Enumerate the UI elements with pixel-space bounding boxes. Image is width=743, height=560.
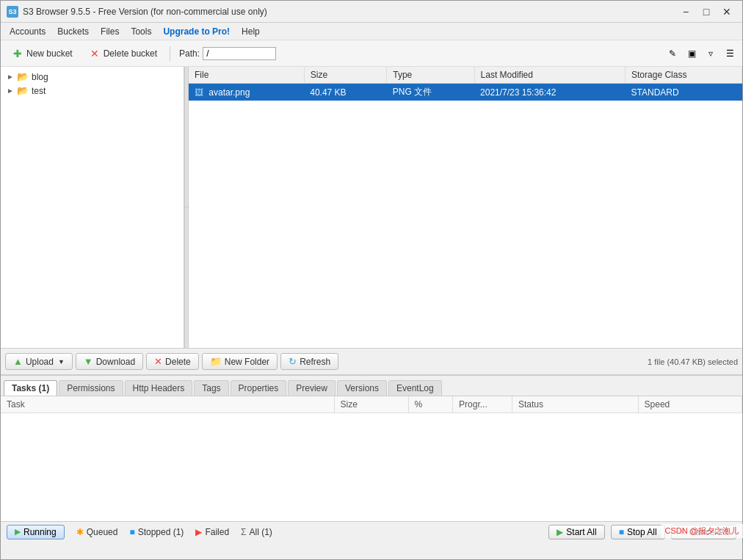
new-folder-label: New Folder xyxy=(225,357,269,367)
columns-icon-button[interactable]: ☰ xyxy=(722,46,738,62)
all-label: All (1) xyxy=(249,527,272,537)
tasks-col-status[interactable]: Status xyxy=(512,396,639,412)
title-bar: S3 S3 Browser 9.5.5 - Free Version (for … xyxy=(1,1,742,23)
menu-help[interactable]: Help xyxy=(236,25,266,38)
tab-properties[interactable]: Properties xyxy=(231,380,287,396)
new-folder-button[interactable]: 📁 New Folder xyxy=(202,353,278,370)
maximize-button[interactable]: □ xyxy=(697,4,716,19)
delete-bucket-icon: ✕ xyxy=(89,48,101,59)
tasks-col-task[interactable]: Task xyxy=(1,396,335,412)
menu-upgrade[interactable]: Upgrade to Pro! xyxy=(157,25,236,38)
tasks-header: Task Size % Progr... Status Speed xyxy=(1,396,742,413)
col-file[interactable]: File xyxy=(189,67,304,84)
view-icon-button[interactable]: ▣ xyxy=(684,46,700,62)
tasks-col-percent[interactable]: % xyxy=(409,396,454,412)
toolbar-separator xyxy=(170,46,170,61)
toolbar-right: ✎ ▣ ▿ ☰ xyxy=(664,46,738,62)
file-table: File Size Type Last Modified Storage Cla… xyxy=(189,67,742,348)
main-content: ► 📂 blog ► 📂 test ⋮ File Size Type Last … xyxy=(1,67,742,348)
stop-all-button[interactable]: ■ Stop All xyxy=(611,525,665,539)
path-input[interactable] xyxy=(203,47,276,60)
tab-tags[interactable]: Tags xyxy=(194,380,228,396)
status-all: Σ All (1) xyxy=(241,527,272,537)
tree-item-blog[interactable]: ► 📂 blog xyxy=(1,70,184,84)
upload-button[interactable]: ▲ Upload ▼ xyxy=(5,353,73,370)
tab-tasks[interactable]: Tasks (1) xyxy=(4,380,57,396)
stopped-icon: ■ xyxy=(129,527,134,537)
file-name-cell[interactable]: 🖼 avatar.png xyxy=(189,84,304,101)
tasks-col-size[interactable]: Size xyxy=(335,396,409,412)
status-running-button[interactable]: ▶ Running xyxy=(7,525,65,539)
delete-button[interactable]: ✕ Delete xyxy=(146,353,199,370)
download-label: Download xyxy=(96,357,135,367)
status-left: ▶ Running ✱ Queued ■ Stopped (1) ▶ Faile… xyxy=(7,525,272,539)
upload-label: Upload xyxy=(26,357,54,367)
all-icon: Σ xyxy=(241,527,246,537)
download-button[interactable]: ▼ Download xyxy=(76,353,143,370)
watermark: CSDN @报夕之泡儿 xyxy=(661,524,743,538)
file-count: 1 file (40.47 KB) selected xyxy=(648,357,738,366)
folder-icon-test: 📂 xyxy=(17,85,29,96)
failed-icon: ▶ xyxy=(195,527,202,537)
expand-icon-blog: ► xyxy=(7,73,14,81)
status-bar: ▶ Running ✱ Queued ■ Stopped (1) ▶ Faile… xyxy=(1,521,742,542)
new-bucket-label: New bucket xyxy=(26,48,73,59)
running-label: Running xyxy=(23,527,57,537)
start-all-label: Start All xyxy=(566,527,596,537)
tab-preview[interactable]: Preview xyxy=(288,380,336,396)
file-storage-cell: STANDARD xyxy=(626,84,742,101)
tab-versions[interactable]: Versions xyxy=(337,380,387,396)
expand-icon-test: ► xyxy=(7,87,14,95)
file-size-cell: 40.47 KB xyxy=(304,84,386,101)
col-size[interactable]: Size xyxy=(304,67,386,84)
delete-bucket-button[interactable]: ✕ Delete bucket xyxy=(82,45,164,62)
menu-accounts[interactable]: Accounts xyxy=(4,25,51,38)
start-all-button[interactable]: ▶ Start All xyxy=(548,525,604,539)
delete-icon: ✕ xyxy=(154,356,162,367)
file-type-icon: 🖼 xyxy=(195,87,203,98)
col-storage-class[interactable]: Storage Class xyxy=(626,67,742,84)
minimize-button[interactable]: − xyxy=(676,4,695,19)
table-row[interactable]: 🖼 avatar.png 40.47 KB PNG 文件 2021/7/23 1… xyxy=(189,84,742,101)
close-button[interactable]: ✕ xyxy=(717,4,736,19)
upload-icon: ▲ xyxy=(13,356,23,367)
download-icon: ▼ xyxy=(84,356,93,367)
window-controls[interactable]: − □ ✕ xyxy=(676,4,736,19)
tab-eventlog[interactable]: EventLog xyxy=(388,380,442,396)
file-actions-left: ▲ Upload ▼ ▼ Download ✕ Delete 📁 New Fol… xyxy=(5,353,338,370)
window-title: S3 Browser 9.5.5 - Free Version (for non… xyxy=(23,7,267,17)
bottom-panel: Tasks (1) Permissions Http Headers Tags … xyxy=(1,374,742,521)
tasks-col-progress[interactable]: Progr... xyxy=(453,396,512,412)
new-bucket-icon: ✚ xyxy=(12,48,23,59)
filter-icon: ▿ xyxy=(708,48,713,59)
menu-files[interactable]: Files xyxy=(95,25,125,38)
menu-buckets[interactable]: Buckets xyxy=(51,25,95,38)
status-stopped: ■ Stopped (1) xyxy=(129,527,184,537)
tree-item-test[interactable]: ► 📂 test xyxy=(1,84,184,98)
refresh-button[interactable]: ↻ Refresh xyxy=(280,353,338,370)
status-queued: ✱ Queued xyxy=(76,527,118,537)
new-folder-icon: 📁 xyxy=(210,356,222,367)
tab-bar: Tasks (1) Permissions Http Headers Tags … xyxy=(1,376,742,396)
tab-http-headers[interactable]: Http Headers xyxy=(125,380,193,396)
queued-label: Queued xyxy=(87,527,118,537)
menu-tools[interactable]: Tools xyxy=(125,25,157,38)
new-bucket-button[interactable]: ✚ New bucket xyxy=(5,45,79,62)
edit-icon-button[interactable]: ✎ xyxy=(664,46,681,62)
delete-bucket-label: Delete bucket xyxy=(104,48,157,59)
main-toolbar: ✚ New bucket ✕ Delete bucket Path: ✎ ▣ ▿… xyxy=(1,40,742,67)
view-icon: ▣ xyxy=(688,48,696,59)
col-type[interactable]: Type xyxy=(387,67,474,84)
tasks-col-speed[interactable]: Speed xyxy=(639,396,742,412)
col-last-modified[interactable]: Last Modified xyxy=(474,67,626,84)
file-link[interactable]: avatar.png xyxy=(209,87,250,98)
folder-icon-blog: 📂 xyxy=(17,71,29,82)
refresh-icon: ↻ xyxy=(289,356,297,367)
running-play-icon: ▶ xyxy=(15,527,21,537)
failed-label: Failed xyxy=(205,527,229,537)
tree-item-test-label: test xyxy=(32,86,46,96)
tab-permissions[interactable]: Permissions xyxy=(59,380,123,396)
file-date-cell: 2021/7/23 15:36:42 xyxy=(474,84,626,101)
file-actions-bar: ▲ Upload ▼ ▼ Download ✕ Delete 📁 New Fol… xyxy=(1,348,742,374)
filter-icon-button[interactable]: ▿ xyxy=(703,46,719,62)
